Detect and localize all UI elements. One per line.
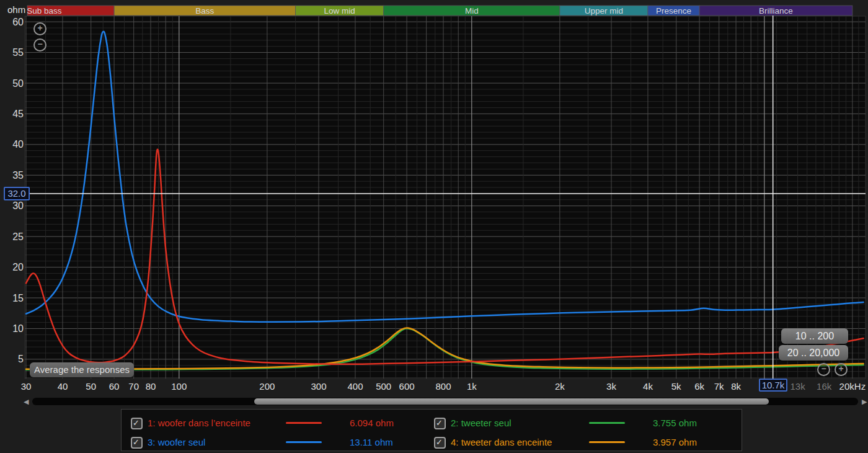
x-tick-label: 800 xyxy=(436,381,451,392)
legend-line-sample xyxy=(589,422,625,424)
band-label: Brilliance xyxy=(759,6,793,16)
y-axis-unit-label: ohm xyxy=(7,4,25,15)
y-tick-label: 45 xyxy=(12,109,24,119)
x-tick-label: 400 xyxy=(347,381,363,392)
x-tick-label: 500 xyxy=(376,381,391,392)
x-tick-label: 1k xyxy=(467,381,477,392)
x-tick-label: 60 xyxy=(109,381,120,392)
legend-cursor-value: 6.094 ohm xyxy=(350,416,394,429)
y-tick-label: 40 xyxy=(12,139,24,150)
cursor-x-readout: 10.7k xyxy=(759,379,787,392)
frequency-scrollbar-thumb[interactable] xyxy=(254,398,769,405)
legend-line-sample xyxy=(286,441,322,443)
x-tick-label: 70 xyxy=(128,381,139,392)
impedance-analyzer-window: Sub bassBassLow midMidUpper midPresenceB… xyxy=(0,0,868,453)
y-tick-label: 20 xyxy=(12,262,24,272)
x-tick-label: 30 xyxy=(21,381,32,392)
y-tick-label: 50 xyxy=(12,78,24,89)
x-tick-label: 200 xyxy=(259,381,275,392)
legend-label: 1: woofer dans l’enceinte xyxy=(148,416,250,429)
band-label: Low mid xyxy=(324,6,355,16)
y-tick-label: 10 xyxy=(12,323,24,334)
legend-line-sample xyxy=(589,441,625,443)
band-label: Bass xyxy=(195,6,214,16)
legend-entry-tweeter-enceinte: ✓ 4: tweeter dans enceinte 3.957 ohm xyxy=(434,436,725,449)
legend-checkbox-3[interactable]: ✓ xyxy=(131,437,143,449)
zoom-in-icon[interactable]: + xyxy=(33,22,46,35)
zoom-out-x-icon[interactable]: − xyxy=(817,363,830,376)
x-tick-label: 8k xyxy=(731,381,741,392)
y-tick-label: 5 xyxy=(18,354,24,364)
legend-checkbox-4[interactable]: ✓ xyxy=(434,437,446,449)
band-label: Mid xyxy=(465,6,479,16)
checkmark-icon: ✓ xyxy=(436,437,443,447)
y-tick-label: 15 xyxy=(12,293,24,303)
legend-cursor-value: 3.957 ohm xyxy=(653,436,697,449)
x-tick-label: 16k xyxy=(817,381,832,392)
x-tick-label: 5k xyxy=(671,381,681,392)
legend-entry-tweeter-seul: ✓ 2: tweeter seul 3.755 ohm xyxy=(434,416,725,430)
legend-label: 2: tweeter seul xyxy=(451,416,512,429)
x-tick-label: 2k xyxy=(555,381,565,392)
x-tick-label: 100 xyxy=(171,381,187,392)
frequency-scrollbar-track[interactable] xyxy=(32,398,858,405)
x-tick-label: 50 xyxy=(86,381,96,392)
y-tick-label: 35 xyxy=(12,170,24,181)
legend-label: 4: tweeter dans enceinte xyxy=(451,436,552,449)
legend-checkbox-1[interactable]: ✓ xyxy=(131,418,143,429)
legend-label: 3: woofer seul xyxy=(148,436,205,449)
y-tick-label: 55 xyxy=(12,47,24,58)
x-tick-label: 40 xyxy=(58,381,68,392)
x-tick-label: 7k xyxy=(714,381,724,392)
band-label: Upper mid xyxy=(585,6,623,16)
band-label: Presence xyxy=(656,6,691,16)
legend-entry-woofer-enceinte: ✓ 1: woofer dans l’enceinte 6.094 ohm xyxy=(131,416,422,430)
x-tick-label: 20kHz xyxy=(839,381,866,392)
legend-entry-woofer-seul: ✓ 3: woofer seul 13.11 ohm xyxy=(131,436,422,449)
scroll-left-icon[interactable]: ◀ xyxy=(24,397,29,406)
x-tick-label: 600 xyxy=(399,381,415,392)
legend-panel: ✓ 1: woofer dans l’enceinte 6.094 ohm ✓ … xyxy=(121,409,742,451)
zoom-out-icon[interactable]: − xyxy=(33,38,46,52)
impedance-chart: Sub bassBassLow midMidUpper midPresenceB… xyxy=(0,0,868,453)
band-label: Sub bass xyxy=(27,6,62,16)
checkmark-icon: ✓ xyxy=(436,418,443,428)
checkmark-icon: ✓ xyxy=(133,418,140,428)
scroll-right-icon[interactable]: ▶ xyxy=(862,397,867,406)
x-tick-label: 80 xyxy=(146,381,156,392)
y-tick-label: 25 xyxy=(12,231,24,242)
zoom-in-x-icon[interactable]: + xyxy=(835,363,848,376)
legend-checkbox-2[interactable]: ✓ xyxy=(434,418,446,429)
legend-cursor-value: 3.755 ohm xyxy=(653,416,697,429)
x-tick-label: 300 xyxy=(311,381,326,392)
average-responses-button[interactable]: Average the responses xyxy=(30,362,134,377)
x-tick-label: 4k xyxy=(643,381,653,392)
cursor-y-readout: 32.0 xyxy=(4,187,30,200)
freq-range-20-20000-button[interactable]: 20 .. 20,000 xyxy=(779,345,848,361)
legend-cursor-value: 13.11 ohm xyxy=(350,436,393,449)
y-tick-label: 60 xyxy=(12,17,24,27)
legend-line-sample xyxy=(286,422,322,424)
checkmark-icon: ✓ xyxy=(133,437,140,447)
y-tick-label: 30 xyxy=(12,200,24,211)
x-tick-label: 3k xyxy=(606,381,616,392)
x-tick-label: 13k xyxy=(790,381,805,392)
x-tick-label: 6k xyxy=(694,381,704,392)
freq-range-10-200-button[interactable]: 10 .. 200 xyxy=(781,328,848,344)
